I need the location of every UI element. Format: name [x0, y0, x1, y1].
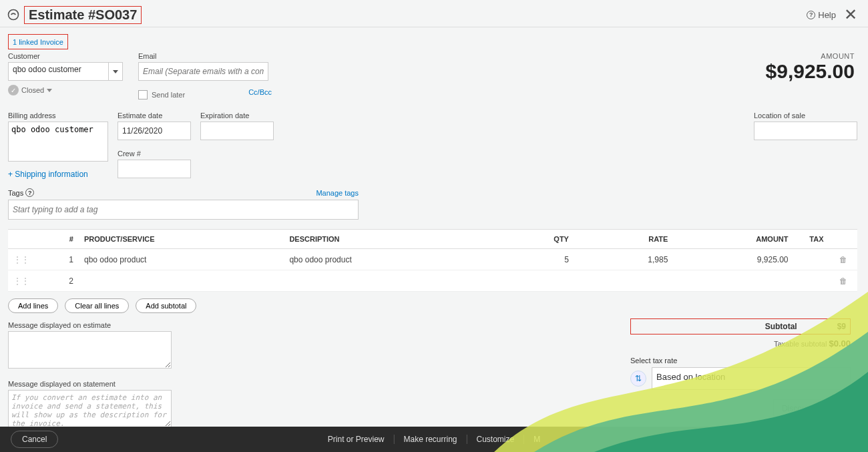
msg-estimate-label: Message displayed on estimate [8, 321, 175, 329]
location-input[interactable] [754, 122, 857, 140]
row-desc[interactable]: qbo odoo product [284, 249, 489, 270]
table-row[interactable]: ⋮⋮1qbo odoo productqbo odoo product51,98… [8, 249, 857, 270]
trash-icon[interactable]: 🗑 [829, 270, 857, 292]
col-rate: RATE [574, 230, 673, 249]
linked-invoice-highlight: 1 linked Invoice [8, 34, 68, 49]
email-label: Email [138, 52, 272, 60]
drag-handle-icon[interactable]: ⋮⋮ [8, 270, 36, 292]
row-num: 1 [36, 249, 79, 270]
taxable-subtotal: Taxable subtotal $0.00 [630, 338, 851, 349]
chevron-down-icon [47, 89, 52, 92]
discount-button[interactable]: Discount percent [773, 399, 851, 418]
estimate-date-label: Estimate date [118, 111, 191, 120]
manage-tags-link[interactable]: Manage tags [316, 189, 359, 197]
row-qty[interactable]: 5 [489, 249, 574, 270]
footer-link[interactable]: Make recurring [394, 435, 467, 444]
add-subtotal-button[interactable]: Add subtotal [136, 298, 196, 313]
billing-label: Billing address [8, 111, 108, 120]
chevron-down-icon [113, 70, 118, 73]
footer-link[interactable]: M [524, 435, 550, 444]
tags-input[interactable] [8, 200, 359, 220]
billing-address[interactable] [8, 122, 108, 162]
help-link[interactable]: ? Help [807, 10, 836, 20]
msg-statement-label: Message displayed on statement [8, 380, 175, 388]
row-desc[interactable] [284, 270, 489, 292]
crew-input[interactable] [118, 160, 191, 178]
linked-invoice-link[interactable]: 1 linked Invoice [13, 38, 63, 46]
customer-select[interactable]: qbo odoo customer [8, 62, 125, 81]
col-num: # [36, 230, 79, 249]
table-row[interactable]: ⋮⋮2🗑 [8, 270, 857, 292]
amount-value: $9,925.00 [766, 60, 855, 83]
footer-bar: Cancel Print or PreviewMake recurringCus… [0, 427, 868, 452]
clear-lines-button[interactable]: Clear all lines [65, 298, 129, 313]
estimate-date-input[interactable] [118, 122, 191, 140]
help-icon: ? [807, 11, 815, 19]
row-tax[interactable] [794, 270, 829, 292]
location-label: Location of sale [754, 111, 857, 120]
header-bar: Estimate #SO037 ? Help ✕ [0, 0, 868, 27]
customer-label: Customer [8, 52, 125, 60]
subtotal-row: Subtotal $9 [630, 318, 851, 334]
trash-icon[interactable]: 🗑 [829, 249, 857, 270]
drag-handle-icon[interactable]: ⋮⋮ [8, 249, 36, 270]
swap-icon[interactable]: ⇅ [630, 371, 646, 387]
close-icon[interactable]: ✕ [844, 5, 857, 24]
row-amount[interactable]: 9,925.00 [673, 249, 793, 270]
app-logo-icon [7, 8, 20, 21]
row-product[interactable]: qbo odoo product [79, 249, 284, 270]
taxrate-select[interactable]: Based on location [652, 367, 851, 390]
cancel-button[interactable]: Cancel [11, 431, 58, 448]
col-desc: DESCRIPTION [284, 230, 489, 249]
crew-label: Crew # [118, 150, 191, 158]
taxrate-label: Select tax rate [630, 357, 851, 365]
col-product: PRODUCT/SERVICE [79, 230, 284, 249]
expiration-label: Expiration date [200, 111, 274, 120]
row-rate[interactable]: 1,985 [574, 249, 673, 270]
checkbox-icon [138, 90, 148, 99]
title-highlight: Estimate #SO037 [24, 6, 142, 24]
msg-statement-input[interactable] [8, 390, 172, 427]
row-num: 2 [36, 270, 79, 292]
footer-link[interactable]: Print or Preview [318, 435, 395, 444]
row-rate[interactable] [574, 270, 673, 292]
status-row[interactable]: ✓ Closed [8, 85, 125, 95]
col-tax: TAX [794, 230, 829, 249]
footer-link[interactable]: Customize [467, 435, 525, 444]
row-tax[interactable] [794, 249, 829, 270]
tags-label: Tags ? [8, 188, 34, 197]
row-qty[interactable] [489, 270, 574, 292]
cc-bcc-link[interactable]: Cc/Bcc [248, 88, 272, 96]
col-amount: AMOUNT [673, 230, 793, 249]
row-amount[interactable] [673, 270, 793, 292]
line-items-table: # PRODUCT/SERVICE DESCRIPTION QTY RATE A… [8, 229, 857, 292]
customer-dropdown-button[interactable] [108, 62, 123, 81]
expiration-input[interactable] [200, 122, 274, 140]
row-product[interactable] [79, 270, 284, 292]
amount-label: AMOUNT [766, 52, 855, 60]
page-title: Estimate #SO037 [29, 7, 137, 22]
add-lines-button[interactable]: Add lines [8, 298, 58, 313]
msg-estimate-input[interactable] [8, 331, 172, 369]
svg-point-0 [9, 10, 19, 20]
info-icon[interactable]: ? [25, 188, 34, 197]
status-check-icon: ✓ [8, 85, 19, 95]
col-qty: QTY [489, 230, 574, 249]
shipping-info-link[interactable]: + Shipping information [8, 170, 108, 179]
email-input[interactable] [138, 62, 268, 81]
send-later-checkbox[interactable]: Send later [138, 90, 185, 99]
